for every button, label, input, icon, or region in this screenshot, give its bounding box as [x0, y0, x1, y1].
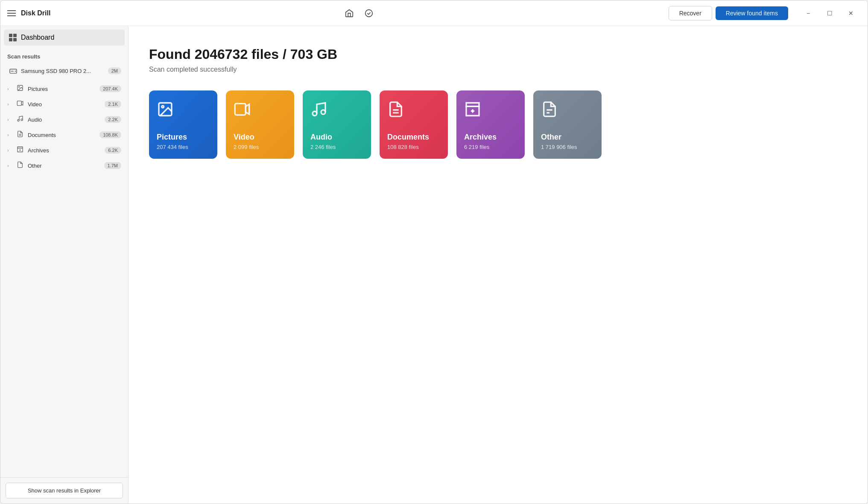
- sidebar-other-label: Other: [28, 163, 101, 169]
- documents-icon: [16, 131, 24, 139]
- sidebar-item-dashboard[interactable]: Dashboard: [4, 29, 125, 46]
- sidebar-footer: Show scan results in Explorer: [0, 477, 128, 504]
- chevron-right-icon: ›: [7, 117, 12, 122]
- svg-point-17: [321, 110, 325, 114]
- device-row[interactable]: Samsung SSD 980 PRO 2... 2M: [7, 64, 121, 78]
- check-circle-icon[interactable]: [362, 6, 376, 20]
- maximize-button[interactable]: ☐: [820, 6, 839, 20]
- title-bar: Disk Drill Recover Review found items −: [0, 0, 868, 26]
- sidebar-documents-badge: 108.8K: [99, 131, 121, 138]
- dashboard-label: Dashboard: [21, 34, 54, 41]
- sidebar-item-pictures[interactable]: › Pictures 207.4K: [4, 81, 125, 96]
- scan-status: Scan completed successfully: [149, 66, 847, 73]
- archives-icon: [16, 146, 24, 154]
- recover-button[interactable]: Recover: [669, 6, 712, 20]
- card-archives-icon: [464, 99, 517, 118]
- card-video-icon: [234, 99, 286, 118]
- card-audio-name: Audio: [310, 133, 363, 142]
- svg-rect-15: [235, 104, 245, 115]
- sidebar-other-badge: 1.7M: [104, 162, 121, 169]
- show-explorer-button[interactable]: Show scan results in Explorer: [6, 483, 123, 498]
- sidebar-item-other[interactable]: › Other 1.7M: [4, 158, 125, 173]
- card-documents-name: Documents: [387, 133, 440, 142]
- card-archives-count: 6 219 files: [464, 144, 517, 150]
- found-title: Found 2046732 files / 703 GB: [149, 47, 847, 62]
- main-content: Found 2046732 files / 703 GB Scan comple…: [129, 26, 868, 504]
- home-icon[interactable]: [342, 6, 357, 20]
- title-bar-left: Disk Drill: [7, 9, 333, 17]
- card-audio-icon: [310, 99, 363, 118]
- card-audio-count: 2 246 files: [310, 144, 363, 150]
- card-audio[interactable]: Audio 2 246 files: [303, 90, 371, 159]
- card-pictures-count: 207 434 files: [157, 144, 210, 150]
- device-badge: 2M: [108, 67, 121, 74]
- sidebar-item-archives[interactable]: › Archives 6.2K: [4, 143, 125, 158]
- close-button[interactable]: ✕: [841, 6, 861, 20]
- sidebar-video-badge: 2.1K: [105, 101, 121, 108]
- card-other-name: Other: [541, 133, 594, 142]
- svg-point-16: [313, 111, 317, 116]
- card-video-count: 2 099 files: [234, 144, 286, 150]
- hdd-icon: [9, 67, 18, 74]
- pictures-icon: [16, 84, 24, 93]
- svg-point-14: [162, 106, 164, 108]
- card-pictures-icon: [157, 99, 210, 118]
- sidebar-archives-label: Archives: [28, 147, 101, 154]
- sidebar-item-video[interactable]: › Video 2.1K: [4, 96, 125, 112]
- chevron-right-icon: ›: [7, 148, 12, 153]
- svg-rect-6: [17, 101, 21, 106]
- svg-point-0: [365, 9, 373, 17]
- title-bar-right: Recover Review found items − ☐ ✕: [669, 6, 861, 20]
- card-documents-count: 108 828 files: [387, 144, 440, 150]
- app-window: Disk Drill Recover Review found items −: [0, 0, 868, 504]
- card-pictures[interactable]: Pictures 207 434 files: [149, 90, 217, 159]
- window-controls: − ☐ ✕: [798, 6, 861, 20]
- chevron-right-icon: ›: [7, 86, 12, 91]
- sidebar-audio-badge: 2.2K: [105, 116, 121, 123]
- app-title: Disk Drill: [21, 9, 50, 17]
- sidebar-pictures-label: Pictures: [28, 86, 96, 92]
- scan-results-section: Scan results Samsung SSD 980 PRO 2... 2M: [0, 50, 128, 79]
- card-documents[interactable]: Documents 108 828 files: [380, 90, 448, 159]
- video-icon: [16, 100, 24, 108]
- sidebar-item-documents[interactable]: › Documents 108.8K: [4, 127, 125, 143]
- chevron-right-icon: ›: [7, 102, 12, 107]
- sidebar-nav: Dashboard: [0, 26, 128, 50]
- card-documents-icon: [387, 99, 440, 118]
- hamburger-icon[interactable]: [7, 10, 16, 16]
- svg-point-2: [15, 71, 16, 72]
- sidebar: Dashboard Scan results Samsung SSD 980 P…: [0, 26, 129, 504]
- card-other-icon: [541, 99, 594, 118]
- card-archives-name: Archives: [464, 133, 517, 142]
- title-bar-center: [333, 6, 668, 20]
- category-cards: Pictures 207 434 files Video 2 099 files: [149, 90, 847, 159]
- card-pictures-name: Pictures: [157, 133, 210, 142]
- svg-point-7: [18, 119, 19, 121]
- card-other-count: 1 719 906 files: [541, 144, 594, 150]
- svg-point-5: [19, 87, 20, 87]
- audio-icon: [16, 115, 24, 124]
- card-video[interactable]: Video 2 099 files: [226, 90, 294, 159]
- dashboard-grid-icon: [9, 34, 17, 41]
- sidebar-item-audio[interactable]: › Audio 2.2K: [4, 112, 125, 127]
- sidebar-documents-label: Documents: [28, 132, 96, 138]
- sidebar-archives-badge: 6.2K: [105, 147, 121, 154]
- scan-results-label: Scan results: [7, 53, 121, 60]
- chevron-right-icon: ›: [7, 132, 12, 137]
- minimize-button[interactable]: −: [798, 6, 818, 20]
- sidebar-pictures-badge: 207.4K: [99, 85, 121, 92]
- card-video-name: Video: [234, 133, 286, 142]
- other-icon: [16, 161, 24, 170]
- svg-point-8: [21, 119, 23, 121]
- chevron-right-icon: ›: [7, 163, 12, 168]
- card-archives[interactable]: Archives 6 219 files: [456, 90, 525, 159]
- sidebar-audio-label: Audio: [28, 117, 101, 123]
- review-found-items-button[interactable]: Review found items: [716, 6, 788, 20]
- card-other[interactable]: Other 1 719 906 files: [533, 90, 602, 159]
- sidebar-video-label: Video: [28, 101, 101, 108]
- main-layout: Dashboard Scan results Samsung SSD 980 P…: [0, 26, 868, 504]
- category-list: › Pictures 207.4K ›: [0, 79, 128, 175]
- device-name: Samsung SSD 980 PRO 2...: [21, 68, 105, 74]
